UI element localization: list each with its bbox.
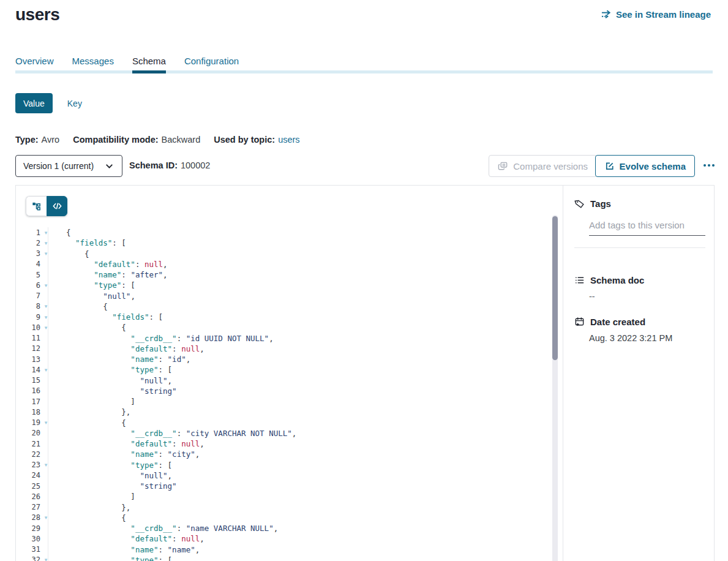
code-line: 30 "default": null, bbox=[16, 533, 550, 544]
code-scrollbar-thumb[interactable] bbox=[552, 216, 558, 360]
chevron-collapse-icon[interactable]: ▾ bbox=[42, 240, 50, 246]
chevron-collapse-icon[interactable]: ▾ bbox=[42, 325, 50, 331]
schema-part-toggle: Value Key bbox=[15, 93, 82, 113]
version-select[interactable]: Version 1 (current) bbox=[15, 155, 122, 177]
chevron-collapse-icon[interactable]: ▾ bbox=[42, 230, 50, 236]
code-view-button[interactable] bbox=[47, 196, 67, 216]
code-text: "type": [ bbox=[66, 555, 172, 561]
code-text: "fields": [ bbox=[66, 238, 126, 247]
tags-heading: Tags bbox=[590, 198, 611, 209]
code-line: 29 "__crdb__": "name VARCHAR NULL", bbox=[16, 523, 550, 533]
code-line: 26 ] bbox=[16, 491, 550, 502]
code-text: "null", bbox=[66, 471, 172, 480]
code-line: 16 "string" bbox=[16, 386, 550, 396]
chevron-collapse-icon[interactable]: ▾ bbox=[42, 514, 50, 521]
code-text: { bbox=[66, 228, 71, 237]
code-line: 5 "name": "after", bbox=[16, 269, 550, 280]
line-number: 17 bbox=[16, 397, 40, 406]
code-text: "__crdb__": "id UUID NOT NULL", bbox=[66, 334, 274, 343]
sidebar-divider bbox=[574, 247, 705, 248]
code-text: "default": null, bbox=[66, 344, 205, 353]
tree-view-icon bbox=[31, 201, 42, 211]
code-line: 2▾ "fields": [ bbox=[16, 238, 550, 248]
code-line: 14▾ "type": [ bbox=[16, 364, 550, 375]
value-toggle-button[interactable]: Value bbox=[15, 93, 53, 113]
stream-lineage-link[interactable]: See in Stream lineage bbox=[601, 9, 711, 20]
code-text: { bbox=[66, 249, 89, 258]
code-scrollbar-track[interactable] bbox=[552, 215, 558, 561]
evolve-schema-button[interactable]: Evolve schema bbox=[595, 155, 695, 177]
chevron-collapse-icon[interactable]: ▾ bbox=[42, 303, 50, 309]
code-text: "default": null, bbox=[66, 439, 205, 448]
code-text: ] bbox=[66, 397, 135, 406]
tree-view-button[interactable] bbox=[26, 196, 47, 216]
line-number: 5 bbox=[16, 271, 40, 279]
tab-configuration[interactable]: Configuration bbox=[184, 55, 239, 70]
tab-underline-track bbox=[15, 70, 713, 73]
line-number: 21 bbox=[16, 440, 40, 448]
chevron-collapse-icon[interactable]: ▾ bbox=[42, 420, 50, 426]
meta-compatibility-label: Compatibility mode: bbox=[73, 135, 158, 145]
code-text: "default": null, bbox=[66, 260, 168, 269]
tab-messages[interactable]: Messages bbox=[72, 55, 114, 70]
code-text: { bbox=[66, 418, 126, 427]
schema-id: Schema ID: 100002 bbox=[129, 160, 210, 170]
more-horizontal-icon bbox=[704, 164, 715, 167]
code-text: { bbox=[66, 323, 126, 332]
edit-icon bbox=[604, 161, 615, 171]
compare-versions-label: Compare versions bbox=[513, 161, 588, 171]
code-text: "name": "name", bbox=[66, 545, 200, 554]
code-line: 13 "name": "id", bbox=[16, 354, 550, 364]
tab-schema[interactable]: Schema bbox=[132, 55, 166, 70]
key-toggle-button[interactable]: Key bbox=[67, 99, 82, 108]
chevron-collapse-icon[interactable]: ▾ bbox=[42, 367, 50, 373]
chevron-collapse-icon[interactable]: ▾ bbox=[42, 282, 50, 288]
code-line: 32▾ "type": [ bbox=[16, 555, 550, 561]
chevron-collapse-icon[interactable]: ▾ bbox=[42, 557, 50, 561]
line-number: 13 bbox=[16, 355, 40, 364]
chevron-collapse-icon[interactable]: ▾ bbox=[42, 314, 50, 320]
line-number: 26 bbox=[16, 492, 40, 501]
meta-compatibility-value: Backward bbox=[162, 135, 201, 145]
line-number: 25 bbox=[16, 482, 40, 491]
schema-id-label: Schema ID: bbox=[129, 160, 178, 170]
add-tags-input[interactable] bbox=[589, 219, 705, 236]
code-line: 7 "null", bbox=[16, 291, 550, 301]
schema-doc-value: -- bbox=[589, 292, 595, 301]
code-line: 15 "null", bbox=[16, 375, 550, 386]
code-text: "type": [ bbox=[66, 461, 172, 470]
code-text: }, bbox=[66, 407, 130, 416]
schema-json-viewer: 1▾{2▾ "fields": [3▾ {4 "default": null,5… bbox=[16, 227, 550, 561]
tab-overview[interactable]: Overview bbox=[15, 55, 54, 70]
chevron-collapse-icon[interactable]: ▾ bbox=[42, 462, 50, 468]
code-line: 18 }, bbox=[16, 407, 550, 417]
evolve-schema-label: Evolve schema bbox=[620, 161, 686, 171]
meta-type-label: Type: bbox=[15, 135, 39, 145]
code-text: { bbox=[66, 302, 108, 311]
more-menu-button[interactable] bbox=[700, 156, 718, 175]
line-number: 8 bbox=[16, 302, 40, 311]
line-number: 15 bbox=[16, 376, 40, 385]
code-line: 21 "default": null, bbox=[16, 439, 550, 449]
topic-link[interactable]: users bbox=[278, 135, 299, 145]
code-line: 8▾ { bbox=[16, 301, 550, 312]
code-line: 31 "name": "name", bbox=[16, 544, 550, 555]
code-text: "name": "city", bbox=[66, 450, 200, 459]
line-number: 30 bbox=[16, 535, 40, 543]
code-line: 25 "string" bbox=[16, 481, 550, 491]
compare-versions-button[interactable]: Compare versions bbox=[489, 155, 597, 177]
code-line: 12 "default": null, bbox=[16, 344, 550, 354]
line-number: 31 bbox=[16, 545, 40, 554]
chevron-collapse-icon[interactable]: ▾ bbox=[42, 250, 50, 257]
list-icon bbox=[574, 275, 585, 285]
code-text: "name": "after", bbox=[66, 270, 168, 279]
date-created-value: Aug. 3 2022 3:21 PM bbox=[589, 333, 672, 343]
line-number: 12 bbox=[16, 344, 40, 353]
code-text: "string" bbox=[66, 481, 177, 491]
code-line: 24 "null", bbox=[16, 470, 550, 481]
line-number: 27 bbox=[16, 503, 40, 511]
meta-used-by-topic-label: Used by topic: bbox=[214, 135, 275, 145]
code-text: "null", bbox=[66, 376, 172, 385]
copy-versions-icon bbox=[498, 161, 508, 171]
code-line: 20 "__crdb__": "city VARCHAR NOT NULL", bbox=[16, 428, 550, 439]
